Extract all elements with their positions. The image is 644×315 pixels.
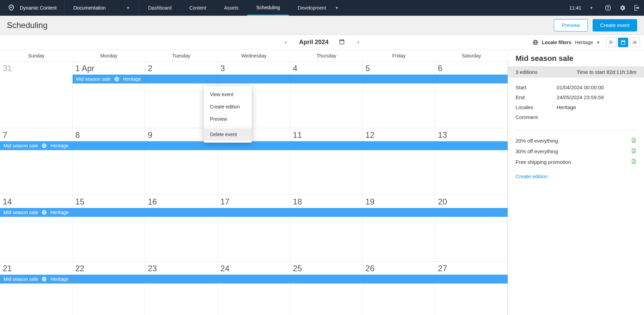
calendar-icon — [620, 40, 626, 45]
day-header: Monday — [73, 50, 145, 61]
event-label: Mid season sale — [3, 210, 38, 215]
preview-button[interactable]: Preview — [554, 19, 588, 31]
chevron-down-icon: ▼ — [590, 6, 593, 10]
view-toggle — [606, 38, 640, 47]
globe-icon — [41, 143, 47, 148]
day-number: 5 — [366, 64, 432, 73]
event-label: Mid season sale — [76, 76, 111, 82]
chevron-down-icon: ▼ — [335, 6, 339, 10]
edition-label: Free shipping promotion — [516, 159, 571, 165]
globe-icon — [41, 210, 47, 215]
globe-icon — [114, 76, 120, 82]
workspace-dropdown-label: Documentation — [73, 5, 106, 11]
calendar-cell[interactable]: 14 — [0, 195, 73, 261]
day-number: 14 — [3, 197, 70, 207]
create-event-button[interactable]: Create event — [593, 19, 637, 31]
calendar-cell[interactable]: 21 — [0, 262, 73, 315]
calendar-cell[interactable]: 5 — [363, 62, 435, 128]
menu-create-edition[interactable]: Create edition — [204, 101, 252, 113]
calendar-cell[interactable]: 16 — [145, 195, 218, 261]
calendar-cell[interactable]: 7 — [0, 128, 73, 195]
calendar-cell[interactable]: 31 — [0, 62, 73, 128]
day-number: 19 — [366, 197, 432, 207]
menu-preview[interactable]: Preview — [204, 113, 252, 125]
calendar-cell[interactable]: 6 — [435, 62, 508, 128]
event-bar[interactable]: Mid season saleHeritage — [0, 275, 508, 284]
calendar-view-button[interactable] — [618, 38, 628, 47]
day-number: 21 — [3, 264, 70, 273]
edition-row[interactable]: Free shipping promotion — [516, 157, 636, 167]
time-dropdown[interactable]: 11:41 ▼ — [562, 5, 601, 11]
help-button[interactable] — [601, 0, 615, 16]
locale-filter[interactable]: Locale filters Heritage ▼ — [532, 39, 600, 45]
page-title: Scheduling — [7, 21, 48, 30]
day-headers: SundayMondayTuesdayWednesdayThursdayFrid… — [0, 50, 508, 62]
create-edition-link[interactable]: Create edition — [508, 169, 644, 184]
nav-tab-assets[interactable]: Assets — [215, 0, 247, 16]
calendar-cell[interactable]: 24 — [218, 262, 290, 315]
nav-tab-content[interactable]: Content — [181, 0, 215, 16]
calendar-cell[interactable]: 15 — [73, 195, 145, 261]
edition-row[interactable]: 30% off everything — [516, 146, 636, 157]
menu-delete-event[interactable]: Delete event — [204, 128, 252, 141]
calendar-cell[interactable]: 17 — [218, 195, 290, 261]
day-number: 3 — [220, 64, 287, 73]
calendar-cell[interactable]: 12 — [363, 128, 435, 195]
workspace-dropdown[interactable]: Documentation ▼ — [64, 0, 139, 16]
event-bar[interactable]: Mid season saleHeritage — [73, 75, 508, 83]
locale-filter-label: Locale filters — [542, 40, 571, 45]
day-number: 27 — [438, 264, 505, 273]
calendar-cell[interactable]: 27 — [435, 262, 508, 315]
countdown: Time to start 82d:11h:18m — [577, 69, 636, 75]
calendar-cell[interactable]: 25 — [290, 262, 363, 315]
calendar-cell[interactable]: 18 — [290, 195, 363, 261]
settings-button[interactable] — [615, 0, 630, 16]
day-number: 13 — [438, 130, 505, 140]
prev-month-button[interactable]: ‹ — [283, 37, 289, 48]
day-number: 25 — [293, 264, 360, 273]
list-view-button[interactable] — [630, 38, 640, 47]
calendar-cell[interactable]: 19 — [363, 195, 435, 261]
day-header: Thursday — [290, 50, 363, 61]
nav-tab-dashboard[interactable]: Dashboard — [139, 0, 181, 16]
month-nav: ‹ April 2024 › — [283, 37, 361, 48]
panel-summary-bar: 3 editions Time to start 82d:11h:18m — [508, 66, 644, 78]
day-number: 16 — [148, 197, 214, 207]
day-number: 6 — [438, 64, 505, 73]
day-number: 17 — [220, 197, 287, 207]
logout-button[interactable] — [630, 0, 644, 16]
calendar-cell[interactable]: 20 — [435, 195, 508, 261]
event-locale: Heritage — [50, 210, 69, 215]
day-number: 2 — [148, 64, 214, 73]
time-label: 11:41 — [569, 5, 581, 11]
calendar-cell[interactable]: 26 — [363, 262, 435, 315]
day-header: Friday — [363, 50, 435, 61]
nav-tabs: DashboardContentAssetsSchedulingDevelopm… — [139, 0, 347, 16]
event-bar[interactable]: Mid season saleHeritage — [0, 141, 508, 150]
calendar-cell[interactable]: 22 — [73, 262, 145, 315]
calendar-cell[interactable]: 1 Apr — [73, 62, 145, 128]
timeline-view-button[interactable] — [606, 38, 617, 47]
locale-filter-value: Heritage — [575, 40, 593, 45]
calendar-cell[interactable]: 13 — [435, 128, 508, 195]
nav-tab-development[interactable]: Development▼ — [289, 0, 347, 16]
brand-label: Dynamic Content — [20, 5, 57, 11]
help-icon — [605, 4, 611, 11]
date-picker-button[interactable] — [339, 39, 345, 46]
event-bar[interactable]: Mid season saleHeritage — [0, 208, 508, 217]
calendar-cell[interactable]: 4 — [290, 62, 363, 128]
calendar-cell[interactable]: 8 — [73, 128, 145, 195]
day-number: 26 — [366, 264, 432, 273]
edition-row[interactable]: 20% off everything — [516, 135, 636, 146]
document-icon — [631, 148, 636, 155]
calendar-week: 78910111213Mid season saleHeritage — [0, 128, 508, 195]
calendar-toolbar: ‹ April 2024 › Locale filters Heritage ▼ — [0, 35, 644, 50]
calendar-cell[interactable]: 23 — [145, 262, 218, 315]
day-number: 20 — [438, 197, 505, 207]
next-month-button[interactable]: › — [355, 37, 361, 48]
menu-view-event[interactable]: View event — [204, 88, 252, 101]
brand[interactable]: Dynamic Content — [0, 0, 64, 16]
calendar-cell[interactable]: 11 — [290, 128, 363, 195]
day-number: 23 — [148, 264, 214, 273]
nav-tab-scheduling[interactable]: Scheduling — [247, 0, 289, 16]
